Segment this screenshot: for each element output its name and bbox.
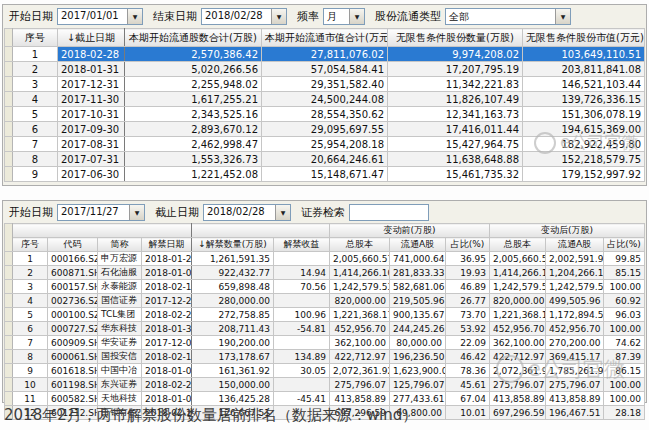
cell[interactable]: 1 [13,47,58,62]
cell[interactable]: 1,242,579.53 [490,280,546,294]
cell[interactable]: 277,433.61 [390,392,446,406]
chevron-down-icon[interactable]: ▼ [271,9,286,24]
cell[interactable]: 15,461,735.32 [388,167,523,182]
cell[interactable]: 2017-12-29 [142,294,192,308]
cell[interactable]: 582,681.06 [390,280,446,294]
col-header-code[interactable]: 代码 [48,238,98,252]
cutoff-date-select[interactable]: 2018/02/28 ▼ [203,204,291,221]
cell[interactable]: 74.62 [604,336,645,350]
table-row[interactable]: 7600909.SH华安证券2017-12-06190,200.00362,10… [5,336,645,350]
cell[interactable]: 2,005,660.57 [330,252,390,266]
cell[interactable]: 741,000.64 [390,252,446,266]
cell[interactable]: 362,100.00 [330,336,390,350]
table-row[interactable]: 92017-06-301,221,452.0815,148,671.4715,4… [5,167,645,182]
cell[interactable]: 820,000.00 [330,294,390,308]
cell[interactable]: 1 [13,252,48,266]
cell[interactable]: 280,000.00 [192,294,274,308]
table-row[interactable]: 32017-12-312,255,948.0229,351,582.4011,3… [5,77,645,92]
table-row[interactable]: 8600061.SH国投安信2018-02-16173,178.67134.89… [5,350,645,364]
col-header-unrestricted-value[interactable]: 无限售条件股份市值(万元) [523,29,645,47]
cell[interactable]: 46.42 [446,350,490,364]
cell[interactable]: 413,858.89 [546,392,604,406]
cell[interactable]: 1,172,894.52 [546,308,604,322]
cell[interactable]: 196,236.50 [390,350,446,364]
cell[interactable]: 12,341,163.73 [388,107,523,122]
chevron-down-icon[interactable]: ▼ [129,205,144,220]
cell[interactable]: 7 [13,137,58,152]
chevron-down-icon[interactable]: ▼ [555,9,570,24]
col-header-float-a-before[interactable]: 流通A股 [390,238,446,252]
cell[interactable]: 173,178.67 [192,350,274,364]
cell[interactable]: 2018-02-28 [58,47,125,62]
cell[interactable]: 11 [13,392,48,406]
cell[interactable]: 499,505.96 [546,294,604,308]
cell[interactable]: 2018-01-08 [142,364,192,378]
table-row[interactable]: 62017-09-302,893,670.1229,095,697.5517,4… [5,122,645,137]
cell[interactable]: 2017-07-31 [58,152,125,167]
cell[interactable]: 100.96 [274,308,330,322]
cell[interactable]: 100.00 [604,392,645,406]
cell[interactable]: 000727.SZ [48,322,98,336]
cell[interactable]: 1,221,368.17 [490,308,546,322]
cell[interactable]: 2017-11-30 [58,92,125,107]
cell[interactable]: 697,296.59 [490,406,546,420]
cell[interactable]: 9 [13,364,48,378]
cell[interactable]: 136,425.28 [192,392,274,406]
cell[interactable]: 2017-10-31 [58,107,125,122]
cell[interactable]: 134.89 [274,350,330,364]
cell[interactable]: 2,005,660.57 [490,252,546,266]
col-header-ratio-before[interactable]: 占比(%) [446,238,490,252]
cell[interactable]: 6 [13,122,58,137]
table-row[interactable]: 4002736.SZ国信证券2017-12-29280,000.00820,00… [5,294,645,308]
cell[interactable]: 452,956.70 [330,322,390,336]
cell[interactable]: 6 [13,322,48,336]
cell[interactable]: 1,242,579.53 [546,280,604,294]
col-header-seq[interactable]: 序号 [13,29,58,47]
col-header-seq[interactable]: 序号 [13,238,48,252]
cell[interactable]: 275,796.07 [546,378,604,392]
security-search-input[interactable] [349,204,429,221]
cell[interactable]: 2,343,525.16 [125,107,262,122]
start-date-select[interactable]: 2017/11/27 ▼ [57,204,145,221]
col-header-end-date[interactable]: ↓截止日期 [58,29,125,47]
cell[interactable]: 2018-01-08 [142,392,192,406]
table-row[interactable]: 1000166.SZ申万宏源2018-01-261,261,591.352,00… [5,252,645,266]
cell[interactable]: 4 [13,294,48,308]
cell[interactable]: 100.00 [604,322,645,336]
start-date-select[interactable]: 2017/01/01 ▼ [57,8,143,25]
cell[interactable]: 30.05 [274,364,330,378]
cell[interactable]: 2017-09-30 [58,122,125,137]
cell[interactable]: 14.94 [274,266,330,280]
cell[interactable]: 196,467.51 [546,406,604,420]
cell[interactable]: 53.92 [446,322,490,336]
cell[interactable]: 100.00 [604,378,645,392]
cell[interactable]: 208,711.43 [192,322,274,336]
cell[interactable]: 25,954,208.18 [262,137,388,152]
cell[interactable]: 1,553,326.73 [125,152,262,167]
cell[interactable]: 10 [13,378,48,392]
cell[interactable]: 东兴证券 [98,378,142,392]
cell[interactable]: 422,712.97 [490,350,546,364]
cell[interactable]: 80,000.00 [390,336,446,350]
cell[interactable]: 413,858.89 [330,392,390,406]
cell[interactable]: 179,152,997.92 [523,167,645,182]
cell[interactable]: 219,505.96 [390,294,446,308]
cell[interactable]: 600582.SH [48,392,98,406]
cell[interactable]: 2,462,998.47 [125,137,262,152]
cell[interactable]: 永泰能源 [98,280,142,294]
cell[interactable]: 152,218,579.75 [523,152,645,167]
table-row[interactable]: 2600871.SH石化油服2018-01-01922,432.7714.941… [5,266,645,280]
cell[interactable]: TCL集团 [98,308,142,322]
circulation-type-select[interactable]: 全部 ▼ [445,8,571,25]
col-header-float-a-after[interactable]: 流通A股 [546,238,604,252]
cell[interactable]: 1,261,591.35 [192,252,274,266]
table-row[interactable]: 52017-10-312,343,525.1628,554,350.6212,3… [5,107,645,122]
cell[interactable]: -54.81 [274,322,330,336]
cell[interactable]: 17,416,011.44 [388,122,523,137]
cell[interactable]: 275,796.07 [330,378,390,392]
cell[interactable]: 272,758.85 [192,308,274,322]
cell[interactable] [274,336,330,350]
col-header-total-shares-before[interactable]: 总股本 [330,238,390,252]
cell[interactable] [274,294,330,308]
cell[interactable]: 000100.SZ [48,308,98,322]
